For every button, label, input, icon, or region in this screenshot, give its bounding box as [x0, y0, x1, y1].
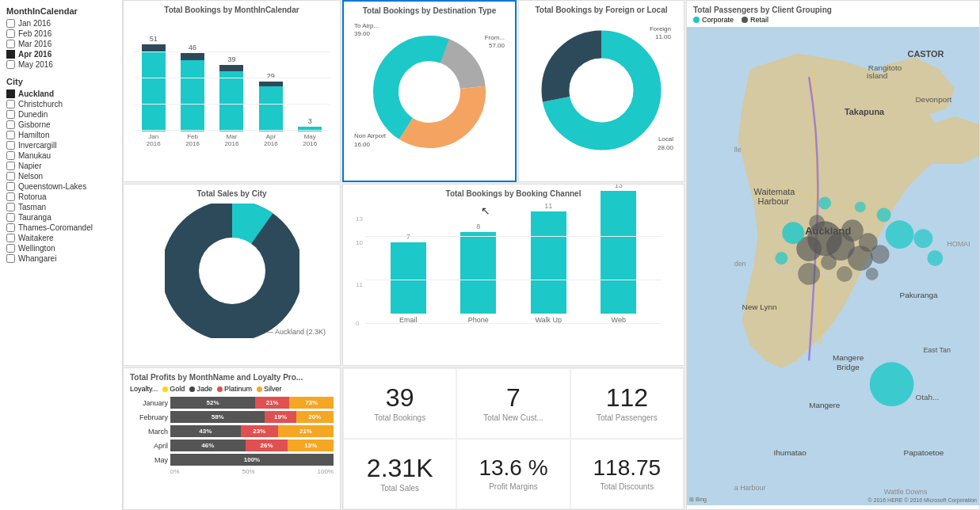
filter-christchurch-checkbox[interactable] — [6, 100, 15, 108]
filter-jan-checkbox[interactable] — [6, 19, 15, 28]
svg-text:Island: Island — [867, 71, 888, 80]
filter-tasman[interactable]: Tasman — [6, 203, 116, 211]
map-copyright: © 2016 HERE © 2016 Microsoft Corporation — [868, 497, 977, 503]
filter-jan[interactable]: Jan 2016 — [6, 19, 116, 28]
svg-point-43 — [798, 263, 820, 285]
profits-legend: Loyalty... Gold Jade Platinum Silver — [130, 385, 334, 393]
filter-rotorua-checkbox[interactable] — [6, 192, 15, 201]
svg-text:Pakuranga: Pakuranga — [900, 291, 939, 299]
filter-whangarei-checkbox[interactable] — [6, 254, 15, 263]
filter-napier-checkbox[interactable] — [6, 162, 15, 170]
svg-point-6 — [570, 59, 633, 122]
fl-local-label: Local28.00 — [658, 135, 673, 152]
filter-dunedin-checkbox[interactable] — [6, 110, 15, 119]
filter-feb-checkbox[interactable] — [6, 29, 15, 38]
destination-type-panel: Total Bookings by Destination Type To Ai… — [342, 0, 517, 182]
kpi-bookings-val: 39 — [386, 385, 414, 410]
map-panel: Total Passengers by Client Grouping Corp… — [686, 0, 980, 510]
filter-manukau-checkbox[interactable] — [6, 151, 15, 160]
map-legend: Corporate Retail — [687, 16, 979, 27]
svg-text:Devonport: Devonport — [915, 95, 951, 104]
filter-manukau[interactable]: Manukau — [6, 151, 116, 160]
filter-tauranga[interactable]: Tauranga — [6, 213, 116, 222]
city-filter-title: City — [6, 77, 116, 86]
filter-tauranga-checkbox[interactable] — [6, 213, 15, 222]
filter-auckland[interactable]: Auckland — [6, 89, 116, 98]
svg-text:Mangere: Mangere — [833, 353, 864, 362]
kpi-discounts-val: 118.75 — [593, 457, 662, 479]
filter-may[interactable]: May 2016 — [6, 60, 116, 69]
dest-label-toairp: To Airp...39.00 — [354, 22, 379, 39]
profit-axis: 0%50%100% — [130, 468, 334, 475]
month-filter-title: MonthInCalendar — [6, 6, 116, 16]
month-filter: MonthInCalendar Jan 2016 Feb 2016 Mar 20… — [6, 6, 116, 69]
svg-text:New Lynn: New Lynn — [742, 303, 777, 311]
filter-invercargill-checkbox[interactable] — [6, 141, 15, 150]
filter-feb[interactable]: Feb 2016 — [6, 29, 116, 38]
profit-jan: January 52% 21% 73% — [130, 397, 334, 409]
foreign-local-panel: Total Bookings by Foreign or Local Forei… — [518, 0, 684, 182]
filter-nelson-checkbox[interactable] — [6, 172, 15, 181]
filter-gisborne-checkbox[interactable] — [6, 120, 15, 129]
filter-mar[interactable]: Mar 2016 — [6, 40, 116, 48]
bar-mar[interactable]: 39 Mar2016 — [219, 55, 243, 148]
channel-phone[interactable]: 8 Phone — [460, 223, 496, 324]
svg-text:East Tan: East Tan — [923, 346, 951, 354]
filter-napier[interactable]: Napier — [6, 162, 116, 170]
filter-invercargill[interactable]: Invercargill — [6, 141, 116, 150]
bar-feb[interactable]: 46 Feb2016 — [181, 44, 204, 148]
dest-donut-wrap: To Airp...39.00 Non Airport16.00 From...… — [350, 18, 509, 165]
profit-feb: February 58% 19% 20% — [130, 411, 334, 423]
channel-email[interactable]: 7 Email — [391, 233, 426, 324]
dest-label-nonairport: Non Airport16.00 — [354, 132, 386, 149]
svg-point-52 — [855, 201, 866, 212]
filter-waitakere[interactable]: Waitakere — [6, 234, 116, 242]
profit-mar: March 43% 23% 21% — [130, 425, 334, 437]
kpi-passengers: 112 Total Passengers — [570, 368, 684, 439]
bar-apr[interactable]: 29 Apr2016 — [259, 72, 283, 148]
svg-text:Wattle Downs: Wattle Downs — [884, 488, 928, 496]
svg-point-50 — [913, 229, 932, 248]
filter-auckland-indicator — [6, 89, 15, 98]
filter-queenstown[interactable]: Queenstown-Lakes — [6, 182, 116, 191]
svg-point-40 — [809, 215, 825, 230]
svg-text:den: den — [734, 260, 746, 268]
svg-point-56 — [199, 238, 265, 304]
kpi-margins-lbl: Profit Margins — [489, 482, 538, 491]
kpi-sales: 2.31K Total Sales — [343, 439, 456, 509]
fl-foreign-label: Foreign11.00 — [650, 25, 671, 42]
filter-wellington[interactable]: Wellington — [6, 244, 116, 253]
filter-wellington-checkbox[interactable] — [6, 244, 15, 253]
bar-may[interactable]: 3 May2016 — [298, 117, 322, 148]
svg-point-47 — [927, 250, 943, 266]
filter-panel: MonthInCalendar Jan 2016 Feb 2016 Mar 20… — [0, 0, 123, 510]
svg-point-39 — [848, 245, 873, 271]
filter-whangarei[interactable]: Whangarei — [6, 254, 116, 263]
filter-thames[interactable]: Thames-Coromandel — [6, 223, 116, 232]
filter-mar-checkbox[interactable] — [6, 40, 15, 48]
filter-thames-checkbox[interactable] — [6, 223, 15, 232]
channel-web[interactable]: 13 Web — [601, 184, 636, 324]
filter-dunedin[interactable]: Dunedin — [6, 110, 116, 119]
filter-apr[interactable]: Apr 2016 — [6, 50, 116, 59]
map-svg: Rangitoto Island Devonport Takapuna lle … — [687, 27, 979, 505]
svg-text:Waitemata: Waitemata — [754, 187, 796, 196]
filter-christchurch[interactable]: Christchurch — [6, 100, 116, 108]
svg-point-42 — [837, 266, 852, 282]
filter-gisborne[interactable]: Gisborne — [6, 120, 116, 129]
city-donut-wrap: — Auckland (2.3K) — [130, 201, 334, 340]
filter-rotorua[interactable]: Rotorua — [6, 192, 116, 201]
filter-nelson[interactable]: Nelson — [6, 172, 116, 181]
filter-may-checkbox[interactable] — [6, 60, 15, 69]
channel-walkup[interactable]: 11 Walk Up — [531, 202, 566, 324]
filter-waitakere-checkbox[interactable] — [6, 234, 15, 242]
svg-point-41 — [871, 245, 890, 264]
filter-hamilton-checkbox[interactable] — [6, 131, 15, 139]
svg-text:Bridge: Bridge — [837, 363, 860, 371]
filter-queenstown-checkbox[interactable] — [6, 182, 15, 191]
svg-text:Otah...: Otah... — [915, 393, 939, 402]
city-label: — Auckland (2.3K) — [266, 328, 326, 336]
svg-text:a Harbour: a Harbour — [734, 484, 766, 492]
filter-hamilton[interactable]: Hamilton — [6, 131, 116, 139]
filter-tasman-checkbox[interactable] — [6, 203, 15, 211]
